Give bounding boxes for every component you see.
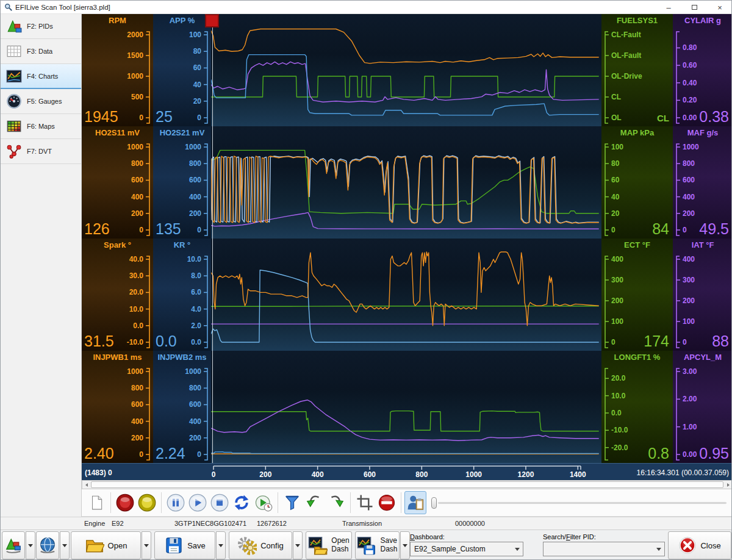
record-red-button[interactable] [114, 491, 136, 514]
x-tick-label: 1400 [570, 470, 586, 479]
refresh-button[interactable] [231, 491, 253, 514]
close-window-button[interactable]: × [707, 1, 732, 14]
horizontal-scrollbar[interactable] [82, 480, 732, 489]
pause-button[interactable] [165, 491, 187, 514]
axis-current-value: 135 [156, 220, 181, 238]
scroll-right-icon[interactable] [724, 481, 732, 488]
goto-previous-button[interactable] [303, 491, 325, 514]
scrollbar-thumb[interactable] [91, 481, 723, 488]
svg-text:800: 800 [189, 384, 201, 392]
filter-button[interactable] [281, 491, 303, 514]
save-button[interactable]: Save [154, 531, 215, 559]
axis-panel-injpwb2-ms[interactable]: INJPWB2 ms100080060040020002.24 [153, 351, 211, 463]
stop-button[interactable] [209, 491, 231, 514]
record-yellow-button[interactable] [136, 491, 158, 514]
toolbar-separator [110, 492, 111, 513]
svg-text:0: 0 [683, 338, 687, 346]
svg-text:200: 200 [683, 296, 695, 305]
save-dash-button[interactable]: Save Dash [355, 531, 400, 559]
replay-speed-icon [254, 494, 273, 512]
sidebar-item-pids[interactable]: F2: PIDs [1, 14, 81, 39]
axis-panel-kr-[interactable]: KR °10.08.06.04.02.00.00.0 [153, 239, 211, 351]
svg-text:200: 200 [189, 434, 201, 442]
search-filter-pid-input[interactable] [543, 542, 665, 556]
slider-handle[interactable] [431, 497, 437, 509]
cursor-line[interactable] [212, 14, 213, 463]
save-dash-icon [357, 536, 376, 555]
svg-text:20.0: 20.0 [611, 374, 626, 382]
axis-current-value: 31.5 [84, 332, 114, 350]
save-dropdown[interactable] [216, 531, 226, 559]
sidebar-item-data[interactable]: F3: Data [1, 39, 81, 64]
open-button[interactable]: Open [71, 531, 141, 559]
sidebar-item-maps[interactable]: F6: Maps [1, 114, 81, 139]
axis-panel-ho2s11-mv[interactable]: HO2S11 mV10008006004002000126 [82, 126, 153, 239]
axis-current-value: 49.5 [699, 220, 729, 238]
block-button[interactable] [376, 491, 398, 514]
x-tick-label: 400 [312, 470, 324, 479]
plot-area-4[interactable] [211, 351, 601, 463]
axis-panel-apcyl-m[interactable]: APCYL_M3.002.001.000.000.95 [673, 351, 732, 463]
sidebar-item-gauges[interactable]: F5: Gauges [1, 89, 81, 114]
axis-panel-injpwb1-ms[interactable]: INJPWB1 ms100080060040020002.40 [82, 351, 153, 463]
axis-panel-rpm[interactable]: RPM20001500100050001945 [82, 14, 153, 126]
scan-colors-button[interactable] [2, 531, 25, 559]
axis-label: APCYL_M [673, 353, 732, 362]
open-dash-icon [308, 536, 328, 555]
crop-button[interactable] [354, 491, 376, 514]
axis-panel-maf-g-s[interactable]: MAF g/s1000800600400200049.5 [673, 126, 732, 239]
sidebar-item-charts[interactable]: F4: Charts [1, 64, 81, 89]
pids-icon [6, 18, 22, 34]
replay-speed-button[interactable] [253, 491, 274, 514]
axis-current-value: 174 [644, 332, 669, 350]
axis-panel-iat-f[interactable]: IAT °F400300200100088 [673, 239, 732, 351]
axis-scale: CL-FaultOL-FaultOL-DriveCLOL [601, 14, 673, 126]
goto-next-button[interactable] [325, 491, 347, 514]
new-log-button[interactable] [85, 491, 107, 514]
scan-colors-dropdown[interactable] [26, 531, 35, 559]
dashboard-select[interactable]: E92_Sample_Custom [410, 542, 523, 556]
dashboard-button[interactable] [404, 491, 426, 514]
scan-colors-icon [4, 536, 23, 555]
axis-panel-ect-f[interactable]: ECT °F4003002001000174 [601, 239, 673, 351]
minimize-button[interactable]: – [656, 1, 681, 14]
axis-panel-app-[interactable]: APP %10080604020025 [153, 14, 211, 126]
axis-panel-map-kpa[interactable]: MAP kPa10080604020084 [601, 126, 673, 239]
svg-text:100: 100 [683, 317, 695, 326]
new-log-icon [88, 495, 104, 511]
engine-field: E92 [112, 520, 124, 527]
gears-icon [237, 536, 257, 555]
plot-area-1[interactable] [211, 14, 601, 126]
plot-area-2[interactable] [211, 126, 601, 239]
config-button[interactable]: Config [229, 531, 292, 559]
efilive-scan-tool-window: EFILive Scan Tool [sierra3.pld] – × F2: … [0, 0, 732, 560]
scroll-left-icon[interactable] [82, 481, 90, 488]
globe-button[interactable] [36, 531, 59, 559]
axis-current-value: 25 [156, 108, 173, 126]
close-button[interactable]: Close [668, 531, 731, 559]
globe-dropdown[interactable] [60, 531, 70, 559]
maximize-button[interactable] [681, 1, 707, 14]
chevron-down-icon [403, 544, 407, 547]
sidebar-item-dvt[interactable]: F7: DVT [1, 139, 81, 164]
slider-track[interactable] [438, 502, 727, 504]
open-dropdown[interactable] [142, 531, 151, 559]
save-dropdown[interactable] [400, 531, 410, 559]
open-dash-button[interactable]: Open Dash [306, 531, 352, 559]
axis-panel-longft1-[interactable]: LONGFT1 %20.010.00.0-10.0-20.00.8 [601, 351, 673, 463]
chevron-down-icon [62, 544, 67, 547]
config-dropdown[interactable] [293, 531, 303, 559]
chevron-down-icon [144, 544, 149, 547]
axis-panel-cylair-g[interactable]: CYLAIR g0.800.600.400.200.000.38 [673, 14, 732, 126]
plot-area-3[interactable] [211, 239, 601, 351]
play-button[interactable] [187, 491, 209, 514]
axis-panel-spark-[interactable]: Spark °40.030.020.010.00.0-10.031.5 [82, 239, 153, 351]
svg-text:0.60: 0.60 [683, 61, 697, 70]
cursor-marker[interactable] [205, 14, 219, 27]
axis-panel-fuelsys1[interactable]: FUELSYS1CL-FaultOL-FaultOL-DriveCLOLCL [601, 14, 673, 126]
svg-text:600: 600 [189, 400, 201, 409]
svg-text:0: 0 [197, 226, 201, 234]
replay-position-slider[interactable] [431, 497, 727, 509]
axis-panel-ho2s21-mv[interactable]: HO2S21 mV10008006004002000135 [153, 126, 211, 239]
block-icon [378, 494, 396, 512]
